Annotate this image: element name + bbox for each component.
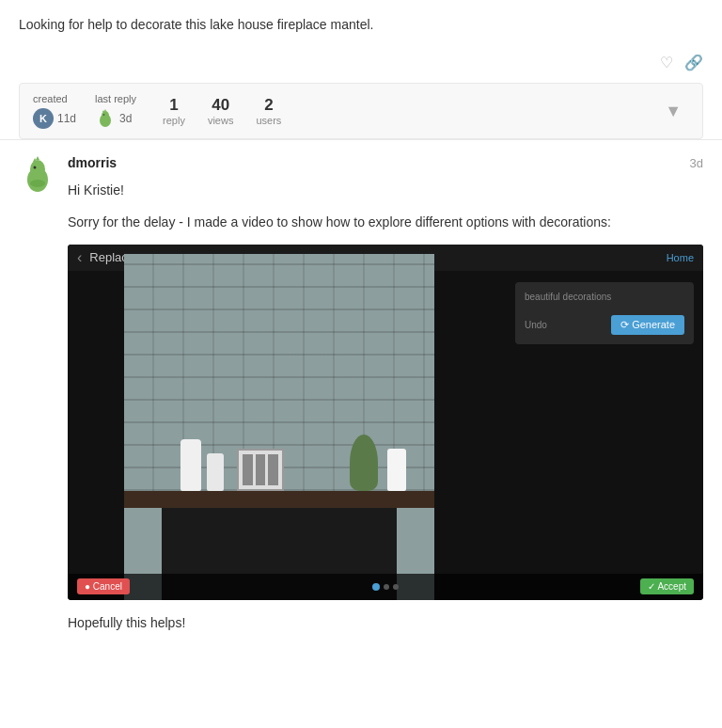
views-label: views (208, 115, 234, 126)
video-screenshot[interactable]: ‹ Replace Home (68, 245, 703, 600)
video-bottom-bar: ● Cancel ✓ Accept (68, 574, 703, 600)
video-inner: ‹ Replace Home (68, 245, 703, 600)
avatar-k: K (33, 108, 54, 129)
original-post: Looking for help to decorate this lake h… (0, 0, 722, 139)
users-label: users (256, 115, 281, 126)
svg-marker-4 (104, 109, 106, 111)
dot-2 (393, 584, 399, 590)
reply-post: dmorris 3d Hi Kristie! Sorry for the del… (0, 140, 722, 648)
post-meta-bar: created K 11d last reply 3d (19, 83, 703, 139)
last-reply-section: last reply 3d (95, 93, 136, 129)
frame-bar-3 (268, 454, 278, 485)
reply-stat: 1 reply (163, 96, 185, 126)
svg-point-7 (34, 166, 37, 169)
reply-content: dmorris 3d Hi Kristie! Sorry for the del… (68, 155, 703, 633)
input-label: beautiful decorations (525, 292, 684, 302)
reply-avatar-container (19, 155, 56, 193)
post-action-bar: ♡ 🔗 (19, 46, 703, 79)
svg-point-10 (30, 180, 45, 187)
svg-marker-9 (36, 156, 39, 160)
video-home-link: Home (667, 252, 694, 263)
generate-button[interactable]: ⟳ Generate (611, 315, 684, 335)
svg-point-2 (103, 114, 105, 116)
vase-right (387, 449, 406, 491)
users-count: 2 (264, 96, 273, 115)
expand-button[interactable]: ▼ (657, 98, 689, 125)
views-stat: 40 views (208, 96, 234, 126)
reply-footer: Hopefully this helps! (68, 613, 703, 633)
back-icon: ‹ (77, 249, 82, 266)
generate-row: Undo ⟳ Generate (525, 315, 684, 335)
reply-count: 1 (169, 96, 178, 115)
mantel-shelf (124, 491, 434, 508)
fireplace-scene (124, 254, 434, 600)
link-icon[interactable]: 🔗 (684, 54, 703, 71)
last-reply-user-row: 3d (95, 108, 136, 129)
reply-body: Sorry for the delay - I made a video to … (68, 212, 703, 232)
reply-header: dmorris 3d (68, 155, 703, 170)
svg-point-1 (102, 111, 109, 120)
dot-active (372, 583, 380, 591)
users-stat: 2 users (256, 96, 281, 126)
meta-stats: 1 reply 40 views 2 users (163, 96, 281, 126)
created-section: created K 11d (33, 93, 76, 129)
dmorris-avatar (19, 155, 56, 193)
svg-point-6 (30, 160, 45, 179)
accept-button[interactable]: ✓ Accept (640, 578, 694, 594)
created-user-row: K 11d (33, 108, 76, 129)
created-label: created (33, 93, 76, 104)
reply-username[interactable]: dmorris (68, 155, 117, 170)
vase-tall (180, 439, 201, 491)
dino-avatar-small (95, 108, 116, 129)
reply-label: reply (163, 115, 185, 126)
last-reply-label: last reply (95, 93, 136, 104)
frame-bar-1 (243, 454, 253, 485)
post-body: Looking for help to decorate this lake h… (19, 15, 703, 35)
frame-decor (237, 449, 284, 491)
undo-button[interactable]: Undo (525, 320, 547, 330)
dot-1 (384, 584, 389, 590)
like-icon[interactable]: ♡ (660, 54, 673, 71)
reply-time: 3d (690, 156, 703, 170)
vase-short (207, 453, 224, 491)
cancel-button[interactable]: ● Cancel (77, 578, 130, 594)
created-time: 11d (57, 112, 76, 125)
ui-panel: beautiful decorations Undo ⟳ Generate (515, 282, 694, 344)
plant-right (350, 435, 378, 491)
svg-marker-3 (102, 110, 104, 112)
views-count: 40 (212, 96, 229, 115)
frame-bar-2 (256, 454, 266, 485)
reply-greeting: Hi Kristie! (68, 180, 703, 200)
last-reply-time: 3d (119, 112, 132, 125)
progress-dots (372, 583, 399, 591)
